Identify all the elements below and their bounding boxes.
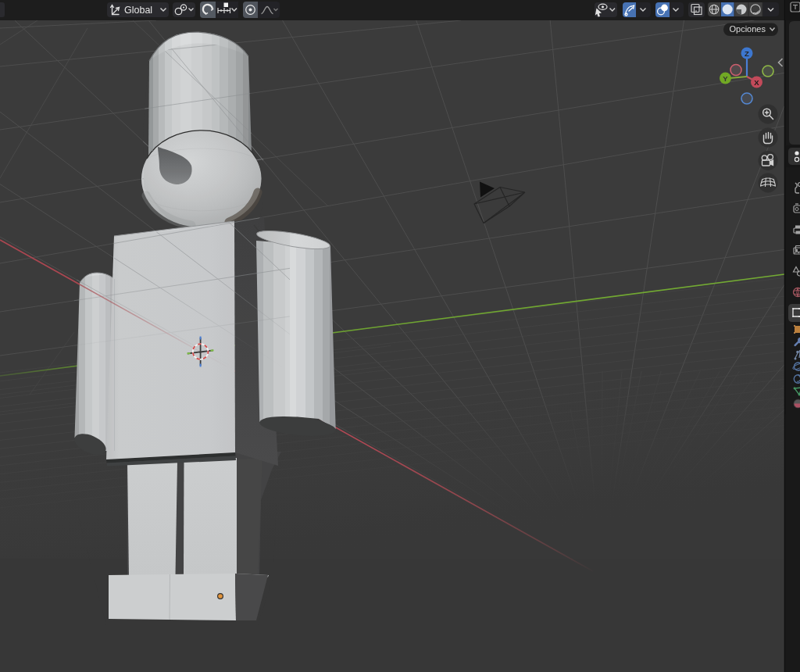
svg-text:Global: Global bbox=[124, 5, 152, 16]
svg-text:Opciones: Opciones bbox=[730, 24, 766, 34]
svg-text:Z: Z bbox=[745, 49, 749, 58]
svg-text:X: X bbox=[754, 78, 759, 87]
svg-text:Y: Y bbox=[723, 74, 728, 83]
